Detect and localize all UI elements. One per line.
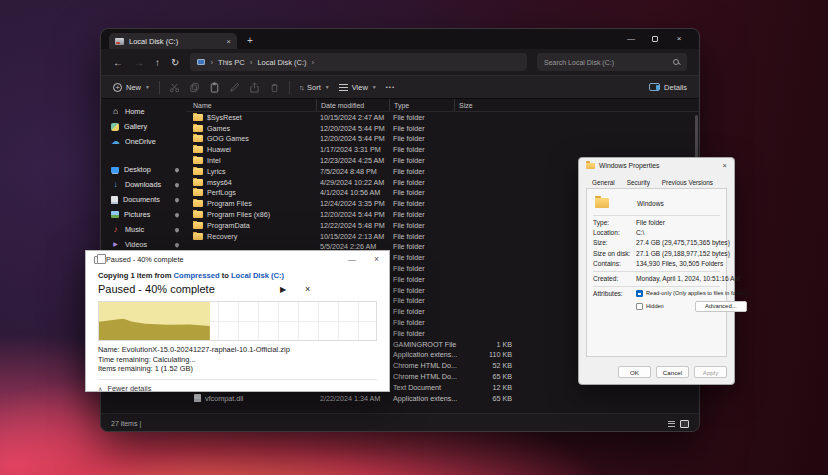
back-icon[interactable]: ← [113,57,123,68]
properties-title: Windows Properties [599,162,659,169]
share-icon[interactable] [249,82,260,93]
close-button[interactable]: × [667,29,691,49]
sidebar-item-icon [111,180,120,189]
sidebar-item[interactable]: OneDrive [101,134,186,149]
sidebar-item[interactable]: Desktop [101,162,186,177]
sort-button[interactable]: ↑↓ Sort ▼ [299,83,330,92]
dialog-button[interactable]: OK [618,366,651,378]
created-value: Monday, April 1, 2024, 10:51:16 AM [636,275,740,283]
search-input[interactable]: Search Local Disk (C:) [537,53,687,71]
source-folder-link[interactable]: Compressed [174,271,220,280]
file-icon [193,135,203,142]
properties-tab[interactable]: General [586,175,621,189]
file-type: File folder [389,307,454,316]
tab-close-icon[interactable]: × [226,37,231,46]
column-header-name[interactable]: Name [186,99,316,111]
sidebar-item[interactable]: Home [101,104,186,119]
detail-label: Time remaining: [98,355,151,364]
dialog-button[interactable]: Cancel [656,366,689,378]
copy-icon[interactable] [189,82,200,93]
properties-tab[interactable]: Previous Versions [656,175,719,189]
up-icon[interactable]: ↑ [155,57,160,68]
file-icon [193,168,203,175]
file-date-modified: 10/15/2024 2:13 AM [316,232,389,241]
file-name: Recovery [207,232,237,241]
cancel-copy-icon[interactable]: × [305,284,310,294]
breadcrumb[interactable]: › This PC › Local Disk (C:) › [190,53,527,71]
file-icon [193,146,203,153]
more-options-icon[interactable]: ••• [386,84,395,90]
file-type: File folder [389,210,454,219]
destination-folder-link[interactable]: Local Disk (C:) [231,271,284,280]
readonly-checkbox[interactable] [636,290,643,297]
pin-icon [174,212,180,218]
sidebar-item[interactable]: Downloads [101,177,186,192]
thumbnail-view-icon[interactable] [680,420,689,428]
folder-name-field[interactable]: Windows [637,200,664,207]
details-pane-toggle[interactable]: Details [649,83,687,92]
file-date-modified: 2/22/2024 1:34 AM [316,394,389,403]
file-name: Lyrics [207,167,226,176]
close-button[interactable]: × [723,161,727,170]
property-label: Type: [593,219,636,227]
resume-icon[interactable]: ▶ [280,285,286,294]
table-row[interactable]: vfcompat.dll 2/22/2024 1:34 AM Applicati… [186,393,699,404]
forward-icon[interactable]: → [134,57,144,68]
column-header-type[interactable]: Type [389,99,454,111]
sidebar-item[interactable]: Gallery [101,119,186,134]
delete-icon[interactable] [269,82,280,93]
table-row[interactable]: Huawei 1/17/2024 3:31 PM File folder [186,144,699,155]
maximize-button[interactable] [643,36,667,42]
sort-label: Sort [307,83,321,92]
detail-label: Items remaining: [98,364,153,373]
table-row[interactable]: Games 12/20/2024 5:44 PM File folder [186,123,699,134]
copy-dialog-titlebar: Paused - 40% complete — × [86,251,389,268]
tab-local-disk-c[interactable]: Local Disk (C:) × [109,33,237,49]
progress-heading: Paused - 40% complete [98,283,215,295]
chevron-down-icon: ▼ [325,84,330,90]
details-view-icon[interactable] [667,420,676,428]
breadcrumb-local-disk[interactable]: Local Disk (C:) [257,58,306,67]
fewer-details-link[interactable]: Fewer details [107,384,151,393]
dialog-button[interactable]: Apply [694,366,727,378]
fewer-details-row: ∧ Fewer details [98,379,377,393]
pin-icon [174,197,180,203]
copy-progress-dialog: Paused - 40% complete — × Copying 1 item… [85,250,390,392]
properties-tab[interactable]: Security [621,175,656,189]
table-row[interactable]: $SysReset 10/15/2024 2:47 AM File folder [186,112,699,123]
refresh-icon[interactable]: ↻ [171,57,179,68]
advanced-button[interactable]: Advanced... [695,301,747,312]
cut-icon[interactable] [169,82,180,93]
transfer-details: Name: EvolutionX-15.0-20241227-raphael-1… [98,345,377,374]
column-header-size[interactable]: Size [454,99,514,111]
breadcrumb-this-pc[interactable]: This PC [218,58,245,67]
file-name-cell: Program Files [186,199,316,208]
file-icon [193,179,203,186]
sidebar-item[interactable]: Music [101,222,186,237]
search-icon [673,59,680,66]
file-type: File folder [389,156,454,165]
rename-icon[interactable] [229,82,240,93]
paste-icon[interactable] [209,82,220,93]
file-icon [193,125,203,132]
table-row[interactable]: GOG Games 12/20/2024 5:44 PM File folder [186,134,699,145]
close-button[interactable]: × [374,254,379,264]
hidden-checkbox[interactable] [636,303,643,310]
minimize-button[interactable]: — [619,29,643,49]
sidebar-item[interactable]: Pictures [101,207,186,222]
view-button[interactable]: View ▼ [339,83,377,92]
new-tab-button[interactable]: + [247,33,253,49]
file-type: Text Document [389,383,454,392]
file-name: msys64 [207,178,232,187]
column-header-date-modified[interactable]: Date modified [316,99,389,111]
divider [593,271,720,272]
sidebar-item[interactable]: Documents [101,192,186,207]
file-date-modified: 12/22/2024 5:48 PM [316,221,389,230]
minimize-button[interactable]: — [348,255,356,264]
column-headers: Name Date modified Type Size [186,99,699,112]
tab-title: Local Disk (C:) [129,37,178,46]
file-name: $SysReset [207,113,242,122]
file-date-modified: 10/15/2024 2:47 AM [316,113,389,122]
new-button[interactable]: New ▼ [113,83,150,92]
attributes-checkboxes: Read-only (Only applies to files in fold… [636,290,747,316]
